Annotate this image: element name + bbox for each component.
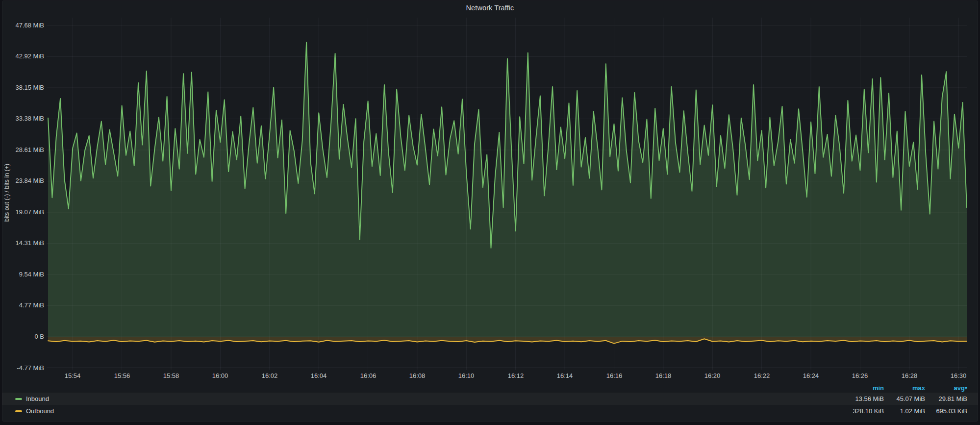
legend-value-avg: 29.81 MiB bbox=[925, 395, 967, 402]
x-tick-label: 16:02 bbox=[252, 372, 287, 380]
x-tick-label: 16:18 bbox=[646, 372, 681, 380]
x-tick-label: 16:20 bbox=[695, 372, 730, 380]
legend: minmaxavg▾Inbound13.56 MiB45.07 MiB29.81… bbox=[2, 383, 978, 417]
x-tick-label: 16:26 bbox=[842, 372, 878, 380]
legend-value-avg: 695.03 KiB bbox=[925, 407, 967, 415]
x-tick-label: 16:16 bbox=[597, 372, 632, 380]
legend-sort-header-avg[interactable]: avg▾ bbox=[925, 384, 967, 392]
y-tick-label: 9.54 MiB bbox=[3, 271, 44, 278]
x-tick-label: 16:00 bbox=[202, 372, 238, 380]
x-tick-label: 16:28 bbox=[892, 372, 927, 380]
y-tick-label: 47.68 MiB bbox=[3, 22, 44, 29]
series-area-outbound bbox=[48, 337, 967, 344]
legend-series-toggle-outbound[interactable]: Outbound bbox=[15, 407, 842, 415]
legend-sort-header-min[interactable]: min bbox=[842, 384, 884, 392]
y-tick-label: 38.15 MiB bbox=[3, 84, 44, 92]
legend-row-inbound: Inbound13.56 MiB45.07 MiB29.81 MiB bbox=[2, 393, 978, 405]
legend-swatch-icon bbox=[15, 410, 22, 412]
legend-series-toggle-inbound[interactable]: Inbound bbox=[15, 395, 842, 402]
legend-series-name: Outbound bbox=[26, 407, 54, 415]
y-tick-label: 4.77 MiB bbox=[3, 301, 44, 309]
y-tick-label: 0 B bbox=[3, 333, 44, 341]
x-tick-label: 16:08 bbox=[400, 372, 435, 380]
x-tick-label: 16:04 bbox=[301, 372, 336, 380]
legend-value-max: 45.07 MiB bbox=[884, 395, 925, 402]
legend-header-row: minmaxavg▾ bbox=[2, 383, 978, 393]
x-tick-label: 15:54 bbox=[55, 372, 90, 380]
x-tick-label: 16:06 bbox=[351, 372, 386, 380]
x-tick-label: 15:56 bbox=[104, 372, 140, 380]
y-tick-label: 28.61 MiB bbox=[3, 146, 44, 154]
legend-value-min: 13.56 MiB bbox=[842, 395, 884, 402]
legend-swatch-icon bbox=[15, 398, 22, 400]
x-tick-label: 15:58 bbox=[153, 372, 189, 380]
sort-caret-icon: ▾ bbox=[965, 385, 967, 391]
y-tick-label: -4.77 MiB bbox=[3, 364, 44, 372]
legend-row-outbound: Outbound328.10 KiB1.02 MiB695.03 KiB bbox=[2, 405, 978, 417]
x-tick-label: 16:22 bbox=[744, 372, 779, 380]
x-tick-label: 16:10 bbox=[449, 372, 484, 380]
y-tick-label: 33.38 MiB bbox=[3, 115, 44, 123]
y-tick-label: 42.92 MiB bbox=[3, 52, 44, 60]
plot-area[interactable] bbox=[0, 0, 980, 425]
x-tick-label: 16:30 bbox=[941, 372, 976, 380]
x-tick-label: 16:14 bbox=[547, 372, 582, 380]
legend-sort-header-max[interactable]: max bbox=[884, 384, 925, 392]
y-tick-label: 23.84 MiB bbox=[3, 177, 44, 185]
x-tick-label: 16:24 bbox=[793, 372, 829, 380]
y-tick-label: 14.31 MiB bbox=[3, 239, 44, 247]
x-tick-label: 16:12 bbox=[498, 372, 533, 380]
legend-value-max: 1.02 MiB bbox=[884, 407, 925, 415]
series-area-inbound bbox=[48, 42, 967, 337]
y-tick-label: 19.07 MiB bbox=[3, 208, 44, 216]
legend-value-min: 328.10 KiB bbox=[842, 407, 884, 415]
legend-series-name: Inbound bbox=[26, 395, 49, 402]
